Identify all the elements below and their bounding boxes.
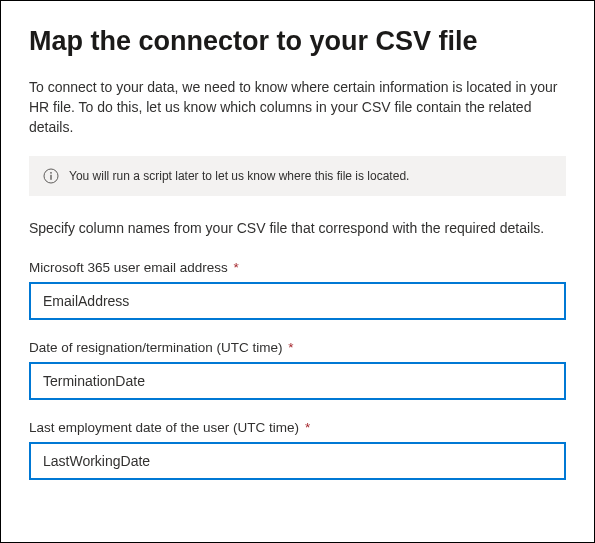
label-text: Last employment date of the user (UTC ti… bbox=[29, 420, 299, 435]
svg-point-1 bbox=[50, 172, 52, 174]
info-message: You will run a script later to let us kn… bbox=[69, 169, 409, 183]
required-marker: * bbox=[288, 340, 293, 355]
label-text: Microsoft 365 user email address bbox=[29, 260, 228, 275]
page-title: Map the connector to your CSV file bbox=[29, 25, 566, 59]
intro-text: To connect to your data, we need to know… bbox=[29, 77, 566, 138]
instructions-text: Specify column names from your CSV file … bbox=[29, 218, 566, 238]
info-icon bbox=[43, 168, 59, 184]
required-marker: * bbox=[234, 260, 239, 275]
field-group-email: Microsoft 365 user email address * bbox=[29, 260, 566, 320]
field-group-last-working: Last employment date of the user (UTC ti… bbox=[29, 420, 566, 480]
last-working-input[interactable] bbox=[29, 442, 566, 480]
info-banner: You will run a script later to let us kn… bbox=[29, 156, 566, 196]
svg-rect-2 bbox=[50, 174, 51, 179]
email-input[interactable] bbox=[29, 282, 566, 320]
required-marker: * bbox=[305, 420, 310, 435]
last-working-label: Last employment date of the user (UTC ti… bbox=[29, 420, 566, 435]
label-text: Date of resignation/termination (UTC tim… bbox=[29, 340, 283, 355]
termination-input[interactable] bbox=[29, 362, 566, 400]
termination-label: Date of resignation/termination (UTC tim… bbox=[29, 340, 566, 355]
field-group-termination: Date of resignation/termination (UTC tim… bbox=[29, 340, 566, 400]
email-label: Microsoft 365 user email address * bbox=[29, 260, 566, 275]
